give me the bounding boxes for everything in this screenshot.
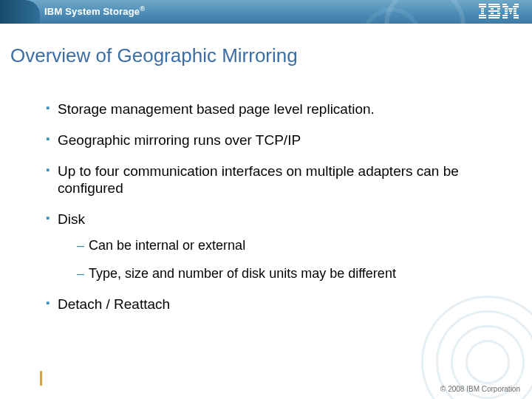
svg-rect-17 <box>514 4 519 5</box>
svg-rect-31 <box>502 17 508 18</box>
svg-rect-2 <box>481 8 484 10</box>
svg-rect-0 <box>479 4 486 5</box>
copyright-text: © 2008 IBM Corporation <box>440 385 520 393</box>
svg-rect-23 <box>505 10 508 12</box>
svg-rect-29 <box>502 15 508 16</box>
svg-rect-15 <box>488 17 499 18</box>
product-name: IBM System Storage® <box>44 5 145 17</box>
svg-rect-26 <box>505 13 508 14</box>
slide-title: Overview of Geographic Mirroring <box>10 44 532 67</box>
svg-rect-12 <box>491 13 494 14</box>
bullet-text: Up to four communication interfaces on m… <box>58 163 459 197</box>
ibm-logo-icon: ® <box>479 4 519 23</box>
sub-text: Can be internal or external <box>89 238 245 253</box>
bullet-item: Disk Can be internal or external Type, s… <box>46 211 502 282</box>
svg-rect-4 <box>481 13 484 14</box>
svg-rect-16 <box>502 4 507 5</box>
svg-rect-24 <box>509 10 512 12</box>
bullet-item: Storage management based page level repl… <box>46 100 502 118</box>
svg-rect-11 <box>488 10 499 12</box>
svg-rect-5 <box>479 15 486 16</box>
sub-list: Can be internal or external Type, size a… <box>77 237 502 282</box>
svg-rect-19 <box>513 6 519 7</box>
svg-rect-1 <box>479 6 486 7</box>
svg-rect-21 <box>508 8 513 10</box>
svg-rect-9 <box>491 8 494 10</box>
svg-rect-18 <box>502 6 508 7</box>
svg-rect-14 <box>488 15 500 16</box>
registered-mark: ® <box>140 5 145 13</box>
svg-rect-3 <box>481 10 484 12</box>
svg-rect-27 <box>510 13 511 14</box>
svg-rect-8 <box>488 6 500 7</box>
svg-rect-10 <box>497 8 500 10</box>
bullet-text: Detach / Reattach <box>58 296 170 312</box>
accent-bar <box>40 371 42 386</box>
sub-item: Can be internal or external <box>77 237 502 254</box>
sub-item: Type, size and number of disk units may … <box>77 265 502 282</box>
svg-rect-6 <box>479 17 486 18</box>
slide: IBM System Storage® <box>0 0 532 399</box>
svg-rect-28 <box>514 13 516 14</box>
bullet-text: Disk <box>58 211 85 227</box>
bullet-item: Geographic mirroring runs over TCP/IP <box>46 132 502 149</box>
svg-rect-7 <box>488 4 499 5</box>
svg-rect-22 <box>514 8 516 10</box>
content-area: Storage management based page level repl… <box>0 100 532 313</box>
svg-rect-25 <box>514 10 516 12</box>
header-accent <box>0 0 40 24</box>
bullet-text: Geographic mirroring runs over TCP/IP <box>58 132 301 148</box>
sub-text: Type, size and number of disk units may … <box>89 266 396 281</box>
bullet-text: Storage management based page level repl… <box>58 101 375 117</box>
product-name-text: IBM System Storage <box>44 6 140 17</box>
svg-rect-13 <box>497 13 500 14</box>
svg-rect-20 <box>505 8 508 10</box>
svg-text:®: ® <box>516 16 519 20</box>
bullet-item: Detach / Reattach <box>46 296 502 313</box>
bullet-item: Up to four communication interfaces on m… <box>46 163 502 198</box>
header-bar: IBM System Storage® <box>0 0 532 24</box>
